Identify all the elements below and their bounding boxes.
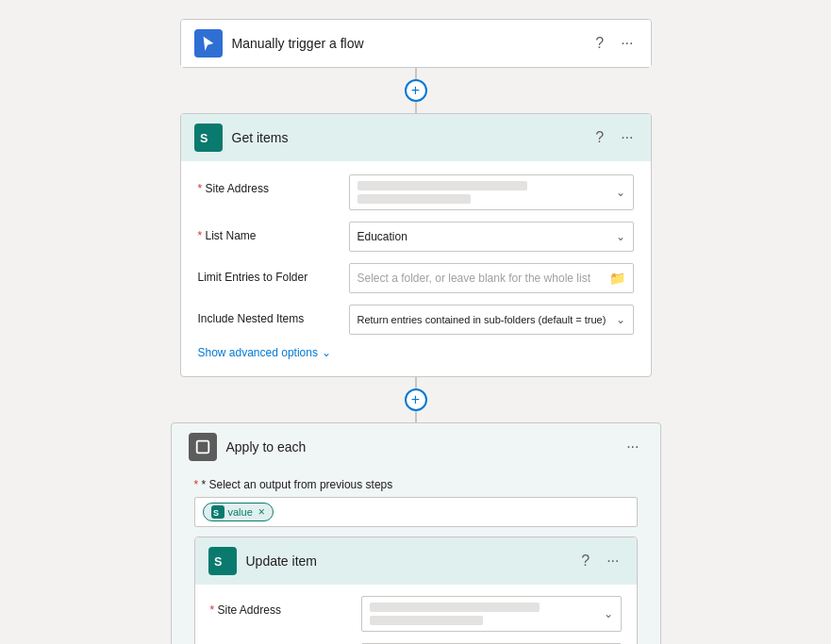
- update-site-address-wrapper: ⌄: [361, 596, 622, 632]
- apply-to-each-card: Apply to each ··· * * Select an output f…: [171, 422, 661, 644]
- limit-folder-label: Limit Entries to Folder: [198, 263, 340, 284]
- site-address-dropdown[interactable]: ⌄: [349, 174, 634, 210]
- limit-folder-input[interactable]: Select a folder, or leave blank for the …: [349, 263, 634, 293]
- site-address-blur-2: [357, 194, 471, 204]
- site-address-row: * Site Address ⌄: [198, 174, 634, 210]
- show-advanced-button[interactable]: Show advanced options ⌄: [198, 346, 331, 359]
- trigger-help-button[interactable]: ?: [591, 33, 607, 54]
- update-site-chevron: ⌄: [604, 607, 613, 620]
- list-name-value: Education: [357, 230, 407, 243]
- add-step-button-1[interactable]: +: [405, 79, 427, 102]
- get-items-body: * Site Address ⌄ * List Name: [181, 161, 651, 376]
- get-items-header: S Get items ? ···: [181, 114, 651, 161]
- cursor-icon: [200, 35, 217, 52]
- add-step-button-2[interactable]: +: [405, 388, 427, 411]
- update-site-blur-2: [370, 616, 483, 625]
- get-items-more-button[interactable]: ···: [617, 127, 637, 148]
- update-item-icon-box: S: [208, 547, 237, 575]
- site-address-wrapper: ⌄: [349, 174, 634, 210]
- svg-text:S: S: [214, 555, 222, 569]
- update-site-address-row: * Site Address ⌄: [210, 596, 622, 632]
- svg-rect-1: [196, 441, 208, 454]
- trigger-card: Manually trigger a flow ? ···: [180, 19, 652, 68]
- get-items-icon-box: S: [194, 124, 223, 152]
- site-address-blur-1: [357, 181, 527, 190]
- show-advanced-label: Show advanced options: [198, 346, 318, 359]
- show-advanced-chevron: ⌄: [322, 346, 331, 359]
- get-items-actions: ? ···: [591, 127, 637, 148]
- list-name-row: * List Name Education ⌄: [198, 222, 634, 252]
- loop-icon: [194, 438, 211, 455]
- site-address-label: * Site Address: [198, 174, 340, 195]
- svg-text:S: S: [213, 508, 219, 517]
- list-name-dropdown[interactable]: Education ⌄: [349, 222, 634, 252]
- update-site-address-label: * Site Address: [210, 596, 352, 617]
- sharepoint-icon: S: [200, 129, 217, 146]
- select-output-label: * * Select an output from previous steps: [194, 478, 638, 491]
- update-site-address-dropdown[interactable]: ⌄: [361, 596, 622, 632]
- nested-items-value: Return entries contained in sub-folders …: [357, 314, 607, 325]
- value-token: S value ×: [203, 503, 274, 521]
- apply-to-each-actions: ···: [623, 437, 642, 457]
- update-item-header: S Update item ? ···: [195, 537, 637, 585]
- value-token-close[interactable]: ×: [258, 505, 265, 519]
- apply-to-each-header: Apply to each ···: [185, 423, 647, 471]
- trigger-title: Manually trigger a flow: [232, 36, 583, 51]
- limit-folder-row: Limit Entries to Folder Select a folder,…: [198, 263, 634, 293]
- update-item-actions: ? ···: [577, 551, 623, 571]
- update-item-card: S Update item ? ··· * Site Address: [194, 537, 638, 644]
- apply-to-each-body: * * Select an output from previous steps…: [185, 471, 647, 644]
- update-item-body: * Site Address ⌄: [195, 585, 637, 644]
- output-token-field[interactable]: S value ×: [194, 497, 638, 527]
- update-item-help-button[interactable]: ?: [577, 551, 593, 571]
- trigger-actions: ? ···: [591, 33, 637, 54]
- select-output-text: * Select an output from previous steps: [202, 478, 393, 491]
- apply-to-each-icon-box: [189, 433, 217, 461]
- value-token-icon: S: [211, 505, 224, 519]
- trigger-icon-box: [194, 29, 223, 58]
- update-item-more-button[interactable]: ···: [603, 551, 623, 571]
- get-items-title: Get items: [232, 130, 583, 145]
- nested-items-dropdown[interactable]: Return entries contained in sub-folders …: [349, 305, 634, 335]
- connector-1: +: [415, 68, 417, 113]
- update-item-title: Update item: [246, 553, 569, 569]
- apply-to-each-more-button[interactable]: ···: [623, 437, 642, 457]
- token-s-icon: S: [213, 507, 223, 517]
- list-name-label: * List Name: [198, 222, 340, 242]
- get-items-help-button[interactable]: ?: [591, 127, 607, 148]
- nested-items-row: Include Nested Items Return entries cont…: [198, 305, 634, 335]
- trigger-more-button[interactable]: ···: [617, 33, 637, 54]
- list-name-chevron: ⌄: [616, 230, 625, 243]
- folder-icon: 📁: [609, 271, 625, 286]
- connector-2: +: [415, 377, 417, 422]
- limit-folder-placeholder: Select a folder, or leave blank for the …: [357, 272, 590, 285]
- update-s-icon: S: [214, 553, 231, 570]
- get-items-card: S Get items ? ··· * Site Address: [180, 113, 652, 377]
- nested-items-label: Include Nested Items: [198, 305, 340, 325]
- site-address-required: *: [198, 182, 203, 195]
- site-address-chevron: ⌄: [616, 186, 625, 199]
- value-token-label: value: [228, 506, 253, 518]
- nested-items-chevron: ⌄: [616, 313, 625, 326]
- svg-text:S: S: [200, 132, 208, 145]
- update-site-blur-1: [370, 603, 540, 612]
- apply-to-each-title: Apply to each: [226, 439, 614, 454]
- trigger-header: Manually trigger a flow ? ···: [181, 20, 651, 67]
